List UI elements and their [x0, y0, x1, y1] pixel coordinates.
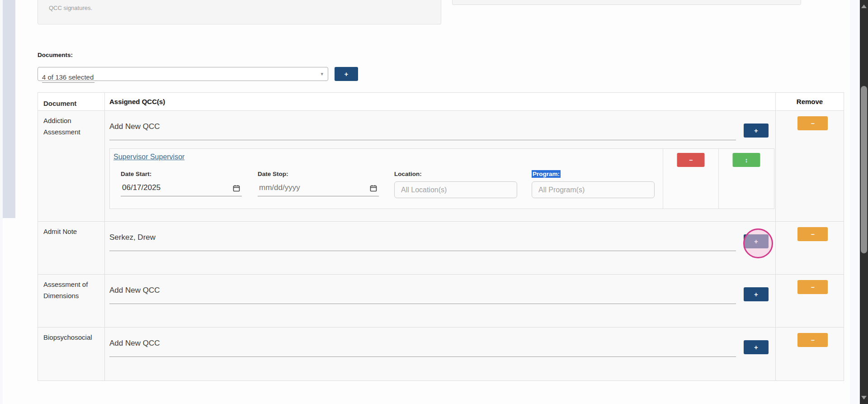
calendar-icon[interactable]: [233, 185, 240, 194]
field-underline: [109, 251, 736, 251]
qcc-notice-text: The person selected here will be this us…: [49, 0, 421, 11]
field-underline: [109, 304, 736, 304]
plus-icon: +: [754, 290, 758, 298]
page: The person selected here will be this us…: [0, 0, 868, 404]
date-stop-field-group: Date Stop:: [258, 171, 379, 196]
document-name: Biopsychosocial: [38, 328, 105, 380]
location-label: Location:: [394, 171, 517, 177]
location-field-group: Location:: [394, 171, 517, 198]
remove-document-button[interactable]: −: [797, 280, 828, 294]
add-new-qcc-field[interactable]: Add New QCC: [109, 339, 160, 348]
assigned-qcc-cell: Add New QCC + Supervisor Supervisor Date…: [105, 111, 776, 221]
header-document: Document: [38, 93, 105, 110]
vertical-scrollbar[interactable]: [860, 0, 868, 404]
header-assigned-qcc: Assigned QCC(s): [105, 93, 776, 110]
add-qcc-button[interactable]: +: [744, 287, 769, 301]
calendar-icon[interactable]: [370, 185, 377, 194]
program-field-group: Program:: [532, 171, 655, 198]
table-row: Assessment of Dimensions Add New QCC + −: [38, 275, 844, 328]
date-start-field-group: Date Start:: [121, 171, 242, 196]
field-underline: [109, 356, 736, 357]
assigned-qcc-table: Document Assigned QCC(s) Remove Addictio…: [38, 92, 844, 381]
date-stop-input[interactable]: [258, 181, 363, 192]
minus-icon: −: [811, 337, 814, 344]
date-start-input-wrap: [121, 181, 242, 196]
chevron-down-icon: ▾: [321, 71, 323, 77]
add-new-qcc-field[interactable]: Add New QCC: [109, 286, 160, 295]
date-start-input[interactable]: [121, 181, 226, 192]
program-input[interactable]: [532, 181, 655, 198]
location-input[interactable]: [394, 181, 517, 198]
plus-icon: +: [754, 343, 758, 351]
plus-icon: +: [754, 127, 758, 134]
remove-document-button[interactable]: −: [797, 333, 828, 347]
scrollbar-thumb[interactable]: [861, 86, 867, 253]
table-row: Biopsychosocial Add New QCC + −: [38, 328, 844, 380]
add-qcc-button[interactable]: +: [744, 124, 769, 138]
remove-cell: −: [776, 111, 844, 221]
qcc-assignment-detail-panel: Supervisor Supervisor Date Start:: [109, 148, 774, 209]
document-name: Addiction Assessment: [38, 111, 105, 221]
table-header-row: Document Assigned QCC(s) Remove: [38, 93, 844, 111]
plus-icon: +: [344, 70, 349, 78]
add-documents-button[interactable]: +: [335, 67, 358, 81]
documents-multiselect-dropdown[interactable]: 4 of 136 selected ▾: [38, 67, 328, 81]
document-name: Assessment of Dimensions: [38, 275, 105, 327]
reorder-assignment-cell: ↕: [718, 149, 774, 209]
remove-document-button[interactable]: −: [797, 227, 828, 241]
add-qcc-button[interactable]: +: [744, 340, 769, 354]
remove-cell: −: [776, 222, 844, 274]
assigned-qcc-cell: Add New QCC +: [105, 275, 776, 327]
date-stop-label: Date Stop:: [258, 171, 379, 177]
table-row: Admit Note Serkez, Drew + −: [38, 222, 844, 275]
minus-icon: −: [689, 157, 693, 164]
scroll-up-arrow-icon[interactable]: [861, 5, 867, 8]
up-down-arrow-icon: ↕: [745, 157, 748, 164]
document-name: Admit Note: [38, 222, 105, 274]
remove-document-button[interactable]: −: [797, 116, 828, 130]
documents-selected-count: 4 of 136 selected: [42, 73, 94, 83]
date-start-label: Date Start:: [121, 171, 242, 177]
remove-cell: −: [776, 275, 844, 327]
date-stop-input-wrap: [258, 181, 379, 196]
qcc-notice-panel: The person selected here will be this us…: [38, 0, 441, 24]
assignee-link[interactable]: Supervisor Supervisor: [113, 153, 184, 161]
plus-icon: +: [754, 238, 758, 245]
add-new-qcc-field[interactable]: Add New QCC: [109, 122, 160, 131]
scroll-down-arrow-icon[interactable]: [861, 396, 867, 399]
program-label: Program:: [532, 171, 655, 177]
top-right-panel-edge: [452, 0, 801, 5]
add-qcc-button[interactable]: +: [744, 234, 769, 248]
delete-assignment-cell: −: [663, 149, 718, 209]
qcc-assignment-fields: Supervisor Supervisor Date Start:: [110, 149, 663, 209]
table-row: Addiction Assessment Add New QCC + Super…: [38, 111, 844, 222]
assigned-qcc-cell: Add New QCC +: [105, 328, 776, 380]
field-underline: [109, 140, 736, 140]
reorder-assignment-button[interactable]: ↕: [733, 153, 760, 167]
documents-label: Documents:: [38, 52, 73, 58]
right-page-margin: [850, 0, 860, 404]
remove-cell: −: [776, 328, 844, 380]
minus-icon: −: [811, 284, 814, 291]
delete-assignment-button[interactable]: −: [677, 153, 705, 167]
qcc-assignee-field[interactable]: Serkez, Drew: [109, 233, 156, 242]
left-sidebar-strip: [3, 0, 15, 218]
minus-icon: −: [811, 231, 814, 238]
header-remove: Remove: [776, 93, 844, 110]
assigned-qcc-cell: Serkez, Drew +: [105, 222, 776, 274]
program-label-highlighted: Program:: [532, 170, 561, 178]
minus-icon: −: [811, 120, 814, 127]
